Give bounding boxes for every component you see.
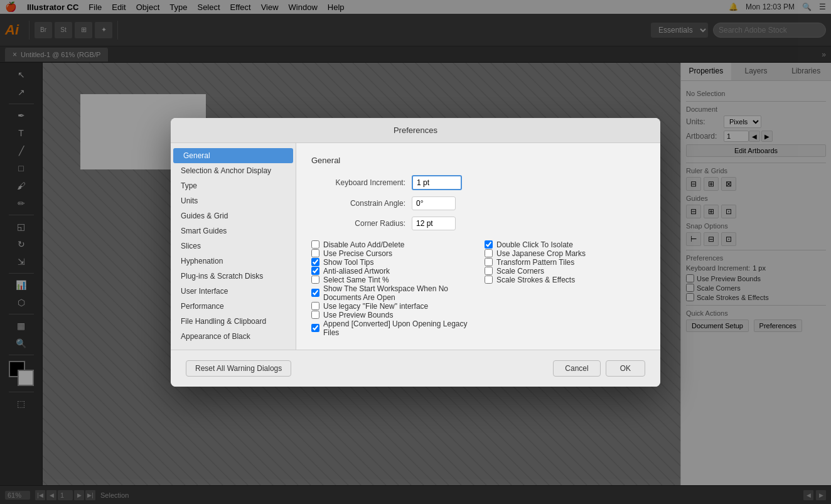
precise-cursors-input[interactable]	[311, 249, 319, 257]
scale-strokes-input[interactable]	[485, 276, 493, 284]
preview-bounds-input[interactable]	[311, 311, 319, 319]
sidebar-item-ui[interactable]: User Interface	[171, 284, 296, 299]
corner-radius-label: Corner Radius:	[311, 219, 412, 228]
modal-action-buttons: Cancel OK	[553, 360, 645, 377]
japanese-crop-input[interactable]	[485, 249, 493, 257]
scale-strokes-label2: Scale Strokes & Effects	[496, 276, 575, 284]
sidebar-item-smart-guides[interactable]: Smart Guides	[171, 223, 296, 239]
checkbox-scale-strokes: Scale Strokes & Effects	[485, 276, 645, 284]
disable-auto-add-input[interactable]	[311, 240, 319, 249]
show-tips-label: Show Tool Tips	[323, 258, 374, 267]
checkbox-start-workspace: Show The Start Workspace When No Documen…	[311, 284, 472, 302]
checkbox-double-click: Double Click To Isolate	[485, 240, 645, 249]
checkbox-disable-auto-add: Disable Auto Add/Delete	[311, 240, 472, 249]
modal-sidebar: General Selection & Anchor Display Type …	[171, 143, 296, 350]
scale-corners-label2: Scale Corners	[496, 267, 544, 276]
checkbox-precise-cursors: Use Precise Cursors	[311, 249, 472, 258]
same-tint-input[interactable]	[311, 276, 319, 284]
sidebar-item-units[interactable]: Units	[171, 193, 296, 208]
constrain-angle-row: Constrain Angle:	[311, 196, 645, 210]
preferences-modal: Preferences General Selection & Anchor D…	[171, 118, 660, 387]
keyboard-increment-row: Keyboard Increment:	[311, 175, 645, 190]
anti-alias-input[interactable]	[311, 267, 319, 275]
sidebar-item-slices[interactable]: Slices	[171, 239, 296, 254]
preview-bounds-label: Use Preview Bounds	[323, 311, 393, 319]
sidebar-item-hyphenation[interactable]: Hyphenation	[171, 254, 296, 269]
constrain-angle-label: Constrain Angle:	[311, 199, 412, 208]
reset-warnings-btn[interactable]: Reset All Warning Dialogs	[186, 360, 291, 377]
checkbox-append-converted: Append [Converted] Upon Opening Legacy F…	[311, 319, 472, 337]
modal-footer: Reset All Warning Dialogs Cancel OK	[171, 350, 660, 387]
checkbox-japanese-crop: Use Japanese Crop Marks	[485, 249, 645, 258]
double-click-label: Double Click To Isolate	[496, 240, 573, 249]
legacy-file-label: Use legacy "File New" interface	[323, 302, 428, 311]
japanese-crop-label: Use Japanese Crop Marks	[496, 249, 586, 258]
same-tint-label: Select Same Tint %	[323, 276, 389, 284]
constrain-angle-input[interactable]	[412, 196, 456, 210]
modal-body: General Selection & Anchor Display Type …	[171, 143, 660, 350]
legacy-file-input[interactable]	[311, 302, 319, 310]
modal-cancel-btn[interactable]: Cancel	[553, 360, 600, 377]
sidebar-item-plugins[interactable]: Plug-ins & Scratch Disks	[171, 269, 296, 284]
start-workspace-label: Show The Start Workspace When No Documen…	[323, 284, 472, 302]
show-tips-input[interactable]	[311, 258, 319, 266]
double-click-input[interactable]	[485, 240, 493, 249]
modal-main-content: General Keyboard Increment: Constrain An…	[296, 143, 660, 350]
checkbox-area: Disable Auto Add/Delete Use Precise Curs…	[311, 240, 645, 337]
sidebar-item-general[interactable]: General	[173, 148, 293, 163]
modal-ok-btn[interactable]: OK	[606, 360, 645, 377]
modal-title: Preferences	[171, 118, 660, 143]
checkbox-preview-bounds: Use Preview Bounds	[311, 311, 472, 319]
sidebar-item-performance[interactable]: Performance	[171, 299, 296, 314]
corner-radius-row: Corner Radius:	[311, 217, 645, 230]
modal-section-heading: General	[311, 156, 645, 165]
precise-cursors-label: Use Precise Cursors	[323, 249, 392, 258]
sidebar-item-type[interactable]: Type	[171, 178, 296, 193]
modal-overlay: Preferences General Selection & Anchor D…	[0, 0, 831, 504]
transform-pattern-label: Transform Pattern Tiles	[496, 258, 574, 267]
checkbox-scale-corners: Scale Corners	[485, 267, 645, 276]
checkbox-col-right: Double Click To Isolate Use Japanese Cro…	[485, 240, 645, 337]
sidebar-item-guides[interactable]: Guides & Grid	[171, 208, 296, 223]
checkbox-transform-pattern: Transform Pattern Tiles	[485, 258, 645, 267]
disable-auto-add-label: Disable Auto Add/Delete	[323, 240, 404, 249]
checkbox-same-tint: Select Same Tint %	[311, 276, 472, 284]
append-converted-label: Append [Converted] Upon Opening Legacy F…	[323, 319, 472, 337]
keyboard-increment-input[interactable]	[412, 175, 462, 190]
start-workspace-input[interactable]	[311, 289, 319, 297]
checkbox-show-tips: Show Tool Tips	[311, 258, 472, 267]
transform-pattern-input[interactable]	[485, 258, 493, 266]
checkbox-legacy-file: Use legacy "File New" interface	[311, 302, 472, 311]
checkbox-col-left: Disable Auto Add/Delete Use Precise Curs…	[311, 240, 472, 337]
corner-radius-input[interactable]	[412, 217, 456, 230]
append-converted-input[interactable]	[311, 324, 319, 332]
sidebar-item-file-handling[interactable]: File Handling & Clipboard	[171, 314, 296, 329]
sidebar-item-appearance[interactable]: Appearance of Black	[171, 329, 296, 344]
checkbox-anti-alias: Anti-aliased Artwork	[311, 267, 472, 276]
sidebar-item-selection[interactable]: Selection & Anchor Display	[171, 163, 296, 178]
anti-alias-label: Anti-aliased Artwork	[323, 267, 390, 276]
keyboard-increment-label: Keyboard Increment:	[311, 178, 412, 187]
scale-corners-input[interactable]	[485, 267, 493, 275]
